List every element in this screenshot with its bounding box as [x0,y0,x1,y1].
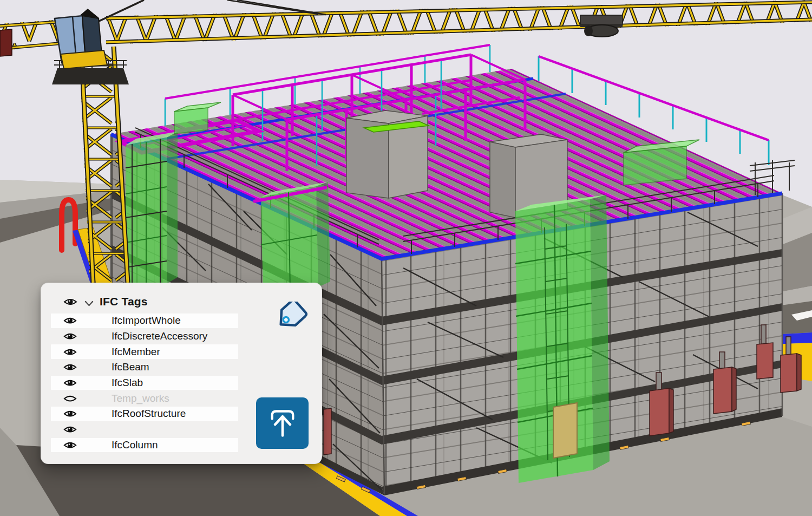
eye-open-icon[interactable] [63,378,77,387]
tag-label: IfcRoofStructure [112,408,186,420]
tag-label: IfcMember [112,346,160,358]
group-visibility-eye-icon[interactable] [63,297,77,306]
tag-row-ifcdiscreteaccessory[interactable]: IfcDiscreteAccessory [41,329,322,344]
crane-counterweight [0,29,12,56]
tag-row-ifcslab[interactable]: IfcSlab [41,375,322,391]
tag-row-ifcbeam[interactable]: IfcBeam [41,360,322,375]
tag-label: Temp_works [112,393,169,404]
tag-row-ifcmember[interactable]: IfcMember [41,344,322,360]
eye-open-icon[interactable] [63,316,77,325]
elevator-shaft-green-left [126,132,178,287]
tag-label: IfcImportWhole [112,315,181,326]
chevron-down-icon[interactable] [84,299,94,305]
eye-open-icon[interactable] [63,348,77,356]
eye-closed-icon[interactable] [63,394,77,403]
elevator-shaft-green-mid [253,182,330,292]
tags-group-header[interactable]: IFC Tags [41,291,322,312]
crane-trolley [580,15,623,37]
eye-open-icon[interactable] [63,332,77,341]
panel-title: IFC Tags [100,295,148,308]
eye-open-icon[interactable] [63,363,77,371]
elevator-shaft-green-right [515,195,610,483]
eye-open-icon[interactable] [63,425,77,434]
upload-model-button[interactable] [256,397,309,449]
tag-label: IfcDiscreteAccessory [112,330,207,342]
shaft-door-panel [553,403,577,458]
crane-platform-ring [52,68,129,84]
tag-row-ifcimportwhole[interactable]: IfcImportWhole [41,313,322,329]
application-window: IFC Tags IfcImportWhole IfcDiscreteAcces… [0,0,812,516]
eye-open-icon[interactable] [63,409,77,418]
ifc-tags-panel: IFC Tags IfcImportWhole IfcDiscreteAcces… [41,283,322,464]
tag-label: IfcColumn [112,439,158,451]
tag-label: IfcSlab [112,377,143,389]
eye-open-icon[interactable] [63,441,77,449]
tag-label: IfcBeam [112,361,149,373]
upload-arrow-icon [266,407,299,440]
